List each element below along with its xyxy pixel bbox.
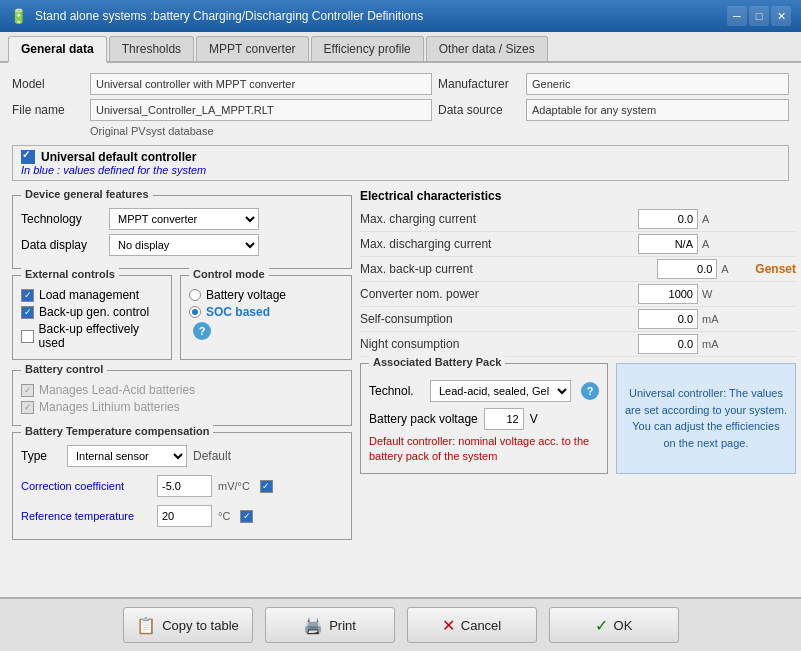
tab-efficiency[interactable]: Efficiency profile [311,36,424,61]
lithium-row: ✓ Manages Lithium batteries [21,400,343,414]
controls-row: External controls ✓ Load management ✓ Ba… [12,275,352,360]
battery-temp-group: Battery Temperature compensation Type In… [12,432,352,540]
manufacturer-input[interactable] [526,73,789,95]
tab-other[interactable]: Other data / Sizes [426,36,548,61]
elec-row-0: Max. charging current A [360,207,796,232]
backup-gen-checkbox[interactable]: ✓ [21,306,34,319]
tab-general[interactable]: General data [8,36,107,63]
battery-help-icon[interactable]: ? [581,382,599,400]
external-controls-title: External controls [21,268,119,280]
soc-based-radio[interactable] [189,306,201,318]
datasource-row: Data source [438,99,789,121]
battery-control-group: Battery control ✓ Manages Lead-Acid batt… [12,370,352,426]
maximize-button[interactable]: □ [749,6,769,26]
ok-icon: ✓ [595,616,608,635]
minimize-button[interactable]: ─ [727,6,747,26]
display-row: Data display No display [21,234,343,256]
battery-temp-title: Battery Temperature compensation [21,425,213,437]
info-left: Model File name Original PVsyst database [12,73,432,137]
elec-unit-5: mA [702,338,732,350]
help-icon[interactable]: ? [193,322,211,340]
model-label: Model [12,77,82,91]
control-mode-title: Control mode [189,268,269,280]
correction-checkbox[interactable]: ✓ [260,480,273,493]
voltage-input[interactable] [484,408,524,430]
filename-row: File name [12,99,432,121]
print-button[interactable]: 🖨️ Print [265,607,395,643]
elec-label-5: Night consumption [360,337,634,351]
cancel-button[interactable]: ✕ Cancel [407,607,537,643]
battery-pack-title: Associated Battery Pack [369,356,505,368]
copy-table-button[interactable]: 📋 Copy to table [123,607,253,643]
technology-row: Technology MPPT converter [21,208,343,230]
genset-link[interactable]: Genset [755,262,796,276]
datasource-input[interactable] [526,99,789,121]
reference-checkbox[interactable]: ✓ [240,510,253,523]
load-mgmt-label: Load management [39,288,139,302]
radio-battery-voltage: Battery voltage [189,288,343,302]
model-row: Model [12,73,432,95]
ok-button[interactable]: ✓ OK [549,607,679,643]
lithium-label: Manages Lithium batteries [39,400,180,414]
close-button[interactable]: ✕ [771,6,791,26]
model-input[interactable] [90,73,432,95]
print-label: Print [329,618,356,633]
lead-acid-checkbox[interactable]: ✓ [21,384,34,397]
info-box: Universal controller: The values are set… [616,363,796,474]
blue-text: In blue : values defined for the system [21,164,780,176]
elec-unit-4: mA [702,313,732,325]
elec-row-4: Self-consumption mA [360,307,796,332]
universal-title-text: Universal default controller [41,150,196,164]
display-select[interactable]: No display [109,234,259,256]
external-controls-group: External controls ✓ Load management ✓ Ba… [12,275,172,360]
elec-input-4[interactable] [638,309,698,329]
elec-input-1[interactable] [638,234,698,254]
tab-bar: General data Thresholds MPPT converter E… [0,32,801,63]
voltage-row: Battery pack voltage V [369,408,599,430]
elec-unit-0: A [702,213,732,225]
tab-mppt[interactable]: MPPT converter [196,36,308,61]
battery-control-title: Battery control [21,363,107,375]
voltage-unit: V [530,412,538,426]
copy-label: Copy to table [162,618,239,633]
reference-input[interactable] [157,505,212,527]
elec-unit-2: A [721,263,751,275]
elec-input-0[interactable] [638,209,698,229]
elec-input-3[interactable] [638,284,698,304]
right-column: Electrical characteristics Max. charging… [360,189,796,540]
info-box-text: Universal controller: The values are set… [625,385,787,451]
type-select[interactable]: Internal sensor [67,445,187,467]
cb-load-management: ✓ Load management [21,288,163,302]
elec-input-2[interactable] [657,259,717,279]
cb-backup-gen: ✓ Back-up gen. control [21,305,163,319]
manufacturer-label: Manufacturer [438,77,518,91]
filename-label: File name [12,103,82,117]
universal-title: Universal default controller [21,150,780,164]
default-label: Default [193,449,231,463]
technol-select[interactable]: Lead-acid, sealed, Gel [430,380,571,402]
tab-thresholds[interactable]: Thresholds [109,36,194,61]
backup-used-checkbox[interactable] [21,330,34,343]
elec-label-1: Max. discharging current [360,237,634,251]
technology-select[interactable]: MPPT converter [109,208,259,230]
elec-input-5[interactable] [638,334,698,354]
universal-header: Universal default controller In blue : v… [12,145,789,181]
type-label: Type [21,449,61,463]
control-mode-group: Control mode Battery voltage SOC based ? [180,275,352,360]
lead-acid-row: ✓ Manages Lead-Acid batteries [21,383,343,397]
cancel-label: Cancel [461,618,501,633]
load-mgmt-checkbox[interactable]: ✓ [21,289,34,302]
content-area: Model File name Original PVsyst database… [0,63,801,597]
window-body: General data Thresholds MPPT converter E… [0,32,801,651]
default-note: Default controller: nominal voltage acc.… [369,434,599,465]
lithium-checkbox[interactable]: ✓ [21,401,34,414]
correction-input[interactable] [157,475,212,497]
elec-row-2: Max. back-up current A Genset [360,257,796,282]
electrical-section: Electrical characteristics Max. charging… [360,189,796,357]
universal-checkbox[interactable] [21,150,35,164]
filename-input[interactable] [90,99,432,121]
elec-row-1: Max. discharging current A [360,232,796,257]
electrical-title: Electrical characteristics [360,189,796,203]
battery-voltage-radio[interactable] [189,289,201,301]
print-icon: 🖨️ [303,616,323,635]
